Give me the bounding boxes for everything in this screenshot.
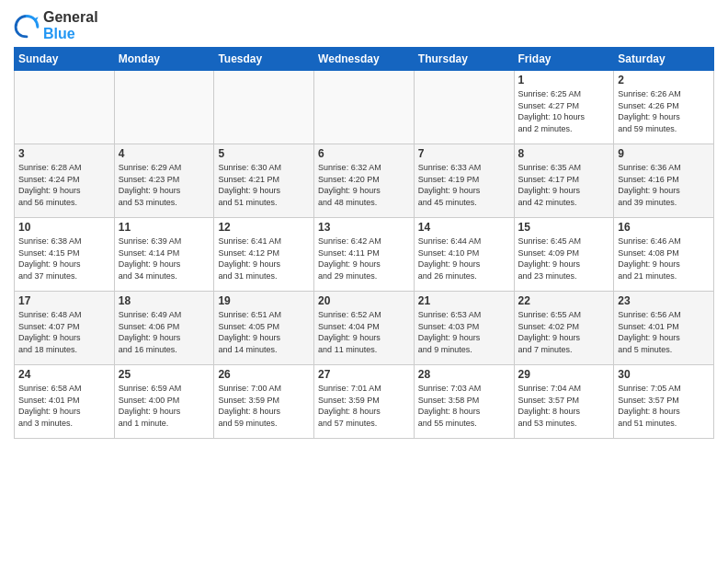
logo-icon — [14, 13, 40, 39]
calendar-cell — [15, 71, 115, 144]
calendar-cell: 29Sunrise: 7:04 AM Sunset: 3:57 PM Dayli… — [514, 365, 614, 439]
logo-text: General Blue — [43, 9, 98, 41]
calendar-week-0: 1Sunrise: 6:25 AM Sunset: 4:27 PM Daylig… — [15, 71, 714, 144]
day-info: Sunrise: 6:42 AM Sunset: 4:11 PM Dayligh… — [318, 236, 410, 282]
day-number: 2 — [618, 74, 710, 86]
calendar-cell: 5Sunrise: 6:30 AM Sunset: 4:21 PM Daylig… — [214, 144, 314, 218]
day-info: Sunrise: 6:55 AM Sunset: 4:02 PM Dayligh… — [518, 309, 610, 355]
calendar-week-3: 17Sunrise: 6:48 AM Sunset: 4:07 PM Dayli… — [15, 292, 714, 365]
header-sunday: Sunday — [15, 48, 115, 71]
day-number: 26 — [218, 368, 310, 381]
calendar-cell: 25Sunrise: 6:59 AM Sunset: 4:00 PM Dayli… — [114, 365, 214, 439]
day-info: Sunrise: 6:38 AM Sunset: 4:15 PM Dayligh… — [18, 236, 110, 282]
day-number: 28 — [418, 368, 510, 381]
day-info: Sunrise: 6:29 AM Sunset: 4:23 PM Dayligh… — [119, 162, 210, 208]
day-info: Sunrise: 6:26 AM Sunset: 4:26 PM Dayligh… — [618, 88, 710, 134]
calendar-cell: 28Sunrise: 7:03 AM Sunset: 3:58 PM Dayli… — [414, 365, 514, 439]
calendar-cell: 16Sunrise: 6:46 AM Sunset: 4:08 PM Dayli… — [614, 218, 714, 292]
day-number: 13 — [318, 221, 410, 234]
day-info: Sunrise: 6:59 AM Sunset: 4:00 PM Dayligh… — [119, 383, 210, 429]
day-number: 4 — [119, 147, 210, 160]
calendar-cell — [414, 71, 514, 144]
main-container: General Blue SundayMondayTuesdayWednesda… — [0, 0, 728, 443]
calendar-cell: 21Sunrise: 6:53 AM Sunset: 4:03 PM Dayli… — [414, 292, 514, 365]
calendar-cell: 8Sunrise: 6:35 AM Sunset: 4:17 PM Daylig… — [514, 144, 614, 218]
day-info: Sunrise: 7:03 AM Sunset: 3:58 PM Dayligh… — [418, 383, 510, 429]
day-info: Sunrise: 6:49 AM Sunset: 4:06 PM Dayligh… — [119, 309, 210, 355]
calendar-cell: 24Sunrise: 6:58 AM Sunset: 4:01 PM Dayli… — [15, 365, 115, 439]
calendar-cell: 26Sunrise: 7:00 AM Sunset: 3:59 PM Dayli… — [214, 365, 314, 439]
day-info: Sunrise: 6:36 AM Sunset: 4:16 PM Dayligh… — [618, 162, 710, 208]
header-saturday: Saturday — [614, 48, 714, 71]
calendar-cell — [314, 71, 415, 144]
day-info: Sunrise: 6:41 AM Sunset: 4:12 PM Dayligh… — [218, 236, 310, 282]
day-info: Sunrise: 6:30 AM Sunset: 4:21 PM Dayligh… — [218, 162, 310, 208]
calendar-cell: 13Sunrise: 6:42 AM Sunset: 4:11 PM Dayli… — [314, 218, 415, 292]
calendar-cell: 30Sunrise: 7:05 AM Sunset: 3:57 PM Dayli… — [614, 365, 714, 439]
calendar-cell: 10Sunrise: 6:38 AM Sunset: 4:15 PM Dayli… — [15, 218, 115, 292]
header: General Blue — [14, 9, 714, 41]
calendar-week-1: 3Sunrise: 6:28 AM Sunset: 4:24 PM Daylig… — [15, 144, 714, 218]
day-info: Sunrise: 6:39 AM Sunset: 4:14 PM Dayligh… — [119, 236, 210, 282]
day-number: 3 — [18, 147, 110, 160]
day-info: Sunrise: 6:25 AM Sunset: 4:27 PM Dayligh… — [518, 88, 610, 134]
calendar-cell: 22Sunrise: 6:55 AM Sunset: 4:02 PM Dayli… — [514, 292, 614, 365]
calendar-cell: 6Sunrise: 6:32 AM Sunset: 4:20 PM Daylig… — [314, 144, 415, 218]
day-number: 1 — [518, 74, 610, 86]
calendar-cell: 19Sunrise: 6:51 AM Sunset: 4:05 PM Dayli… — [214, 292, 314, 365]
day-number: 14 — [418, 221, 510, 234]
day-number: 6 — [318, 147, 410, 160]
day-number: 7 — [418, 147, 510, 160]
day-number: 27 — [318, 368, 410, 381]
calendar-cell: 15Sunrise: 6:45 AM Sunset: 4:09 PM Dayli… — [514, 218, 614, 292]
calendar-cell: 9Sunrise: 6:36 AM Sunset: 4:16 PM Daylig… — [614, 144, 714, 218]
day-info: Sunrise: 6:51 AM Sunset: 4:05 PM Dayligh… — [218, 309, 310, 355]
day-info: Sunrise: 6:53 AM Sunset: 4:03 PM Dayligh… — [418, 309, 510, 355]
day-number: 9 — [618, 147, 710, 160]
header-monday: Monday — [114, 48, 214, 71]
day-info: Sunrise: 6:45 AM Sunset: 4:09 PM Dayligh… — [518, 236, 610, 282]
day-number: 22 — [518, 294, 610, 307]
day-info: Sunrise: 6:35 AM Sunset: 4:17 PM Dayligh… — [518, 162, 610, 208]
day-number: 29 — [518, 368, 610, 381]
day-number: 18 — [119, 294, 210, 307]
day-info: Sunrise: 7:01 AM Sunset: 3:59 PM Dayligh… — [318, 383, 410, 429]
day-info: Sunrise: 6:46 AM Sunset: 4:08 PM Dayligh… — [618, 236, 710, 282]
calendar-week-4: 24Sunrise: 6:58 AM Sunset: 4:01 PM Dayli… — [15, 365, 714, 439]
day-number: 15 — [518, 221, 610, 234]
day-info: Sunrise: 6:58 AM Sunset: 4:01 PM Dayligh… — [18, 383, 110, 429]
day-number: 24 — [18, 368, 110, 381]
calendar-table: SundayMondayTuesdayWednesdayThursdayFrid… — [14, 47, 714, 439]
calendar-cell — [114, 71, 214, 144]
calendar-cell: 20Sunrise: 6:52 AM Sunset: 4:04 PM Dayli… — [314, 292, 415, 365]
calendar-cell: 2Sunrise: 6:26 AM Sunset: 4:26 PM Daylig… — [614, 71, 714, 144]
calendar-cell: 17Sunrise: 6:48 AM Sunset: 4:07 PM Dayli… — [15, 292, 115, 365]
day-number: 25 — [119, 368, 210, 381]
day-info: Sunrise: 6:56 AM Sunset: 4:01 PM Dayligh… — [618, 309, 710, 355]
day-info: Sunrise: 6:52 AM Sunset: 4:04 PM Dayligh… — [318, 309, 410, 355]
day-info: Sunrise: 6:33 AM Sunset: 4:19 PM Dayligh… — [418, 162, 510, 208]
logo: General Blue — [14, 9, 98, 41]
day-info: Sunrise: 7:05 AM Sunset: 3:57 PM Dayligh… — [618, 383, 710, 429]
calendar-cell: 7Sunrise: 6:33 AM Sunset: 4:19 PM Daylig… — [414, 144, 514, 218]
header-thursday: Thursday — [414, 48, 514, 71]
day-info: Sunrise: 6:32 AM Sunset: 4:20 PM Dayligh… — [318, 162, 410, 208]
calendar-cell: 27Sunrise: 7:01 AM Sunset: 3:59 PM Dayli… — [314, 365, 415, 439]
day-number: 21 — [418, 294, 510, 307]
calendar-cell — [214, 71, 314, 144]
day-number: 11 — [119, 221, 210, 234]
day-info: Sunrise: 6:48 AM Sunset: 4:07 PM Dayligh… — [18, 309, 110, 355]
calendar-cell: 4Sunrise: 6:29 AM Sunset: 4:23 PM Daylig… — [114, 144, 214, 218]
calendar-cell: 12Sunrise: 6:41 AM Sunset: 4:12 PM Dayli… — [214, 218, 314, 292]
day-info: Sunrise: 6:44 AM Sunset: 4:10 PM Dayligh… — [418, 236, 510, 282]
calendar-week-2: 10Sunrise: 6:38 AM Sunset: 4:15 PM Dayli… — [15, 218, 714, 292]
day-number: 8 — [518, 147, 610, 160]
header-wednesday: Wednesday — [314, 48, 415, 71]
header-friday: Friday — [514, 48, 614, 71]
day-number: 16 — [618, 221, 710, 234]
calendar-cell: 18Sunrise: 6:49 AM Sunset: 4:06 PM Dayli… — [114, 292, 214, 365]
calendar-cell: 1Sunrise: 6:25 AM Sunset: 4:27 PM Daylig… — [514, 71, 614, 144]
day-number: 20 — [318, 294, 410, 307]
calendar-cell: 11Sunrise: 6:39 AM Sunset: 4:14 PM Dayli… — [114, 218, 214, 292]
day-number: 19 — [218, 294, 310, 307]
